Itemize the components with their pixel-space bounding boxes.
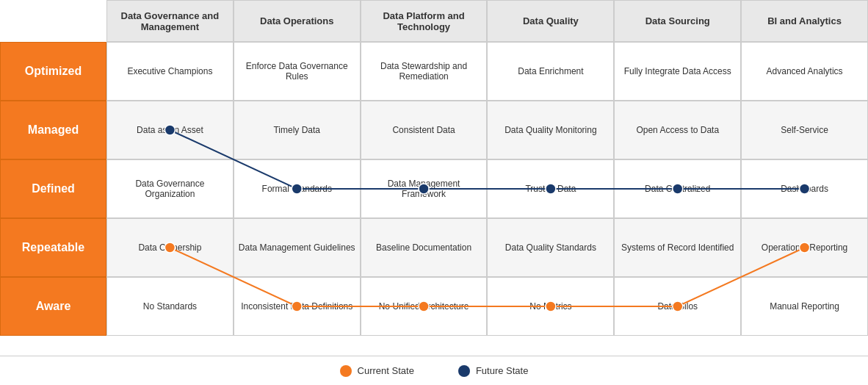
cell-r3-c0: Data Ownership <box>106 218 234 277</box>
cell-r0-c5: Advanced Analytics <box>741 42 868 101</box>
cell-r4-c3: No Metrics <box>487 277 614 336</box>
cell-r0-c3: Data Enrichment <box>487 42 614 101</box>
header-4: Data Sourcing <box>614 0 741 42</box>
cell-r4-c1: Inconsistent Data Definitions <box>234 277 361 336</box>
cell-r2-c5: Dashboards <box>741 159 868 218</box>
cell-r3-c5: Operational Reporting <box>741 218 868 277</box>
header-5: BI and Analytics <box>741 0 868 42</box>
cell-r4-c4: Data Silos <box>614 277 741 336</box>
cell-r2-c3: Trusted Data <box>487 159 614 218</box>
cell-r0-c4: Fully Integrate Data Access <box>614 42 741 101</box>
row-label-4: Aware <box>0 277 106 336</box>
future-state-dot <box>458 365 470 377</box>
cell-r0-c2: Data Stewardship and Remediation <box>361 42 488 101</box>
cell-r3-c1: Data Management Guidelines <box>234 218 361 277</box>
cell-r2-c1: Formal Standards <box>234 159 361 218</box>
cell-r4-c2: No Unified Architecture <box>361 277 488 336</box>
row-label-3: Repeatable <box>0 218 106 277</box>
header-0: Data Governance and Management <box>106 0 234 42</box>
cell-r2-c4: Data Centralized <box>614 159 741 218</box>
grid-wrapper: Data Governance and ManagementData Opera… <box>0 0 868 356</box>
cell-r2-c0: Data Governance Organization <box>106 159 234 218</box>
row-label-2: Defined <box>0 159 106 218</box>
cell-r1-c1: Timely Data <box>234 101 361 159</box>
cell-r0-c1: Enforce Data Governance Rules <box>234 42 361 101</box>
header-1: Data Operations <box>234 0 361 42</box>
cell-r4-c0: No Standards <box>106 277 234 336</box>
header-empty <box>0 0 106 42</box>
cell-r4-c5: Manual Reporting <box>741 277 868 336</box>
current-state-dot <box>340 365 352 377</box>
cell-r3-c4: Systems of Record Identified <box>614 218 741 277</box>
header-3: Data Quality <box>487 0 614 42</box>
cell-r1-c0: Data as an Asset <box>106 101 234 159</box>
main-container: Data Governance and ManagementData Opera… <box>0 0 868 385</box>
current-state-legend: Current State <box>340 365 414 377</box>
cell-r1-c4: Open Access to Data <box>614 101 741 159</box>
cell-r3-c3: Data Quality Standards <box>487 218 614 277</box>
row-label-1: Managed <box>0 101 106 159</box>
cell-r3-c2: Baseline Documentation <box>361 218 488 277</box>
cell-r1-c3: Data Quality Monitoring <box>487 101 614 159</box>
cell-r1-c2: Consistent Data <box>361 101 488 159</box>
cell-r1-c5: Self-Service <box>741 101 868 159</box>
cell-r2-c2: Data Management Framework <box>361 159 488 218</box>
current-state-label: Current State <box>358 365 414 376</box>
future-state-label: Future State <box>476 365 529 376</box>
header-2: Data Platform and Technology <box>361 0 488 42</box>
cell-r0-c0: Executive Champions <box>106 42 234 101</box>
legend: Current State Future State <box>0 356 868 385</box>
row-label-0: Optimized <box>0 42 106 101</box>
matrix-grid: Data Governance and ManagementData Opera… <box>0 0 868 336</box>
future-state-legend: Future State <box>458 365 529 377</box>
